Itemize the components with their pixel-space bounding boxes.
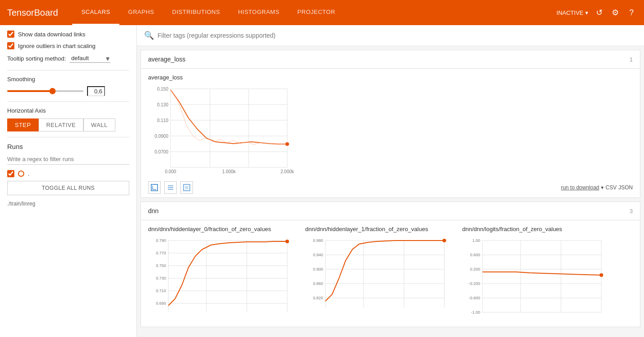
show-download-links-checkbox[interactable] [7,31,14,38]
run-checkbox[interactable] [7,170,14,177]
run-item: . [7,170,129,177]
dropdown-icon[interactable]: ▾ [585,9,588,16]
nav-scalars[interactable]: SCALARS [72,0,119,25]
axis-wall-button[interactable]: WALL [83,118,115,131]
zoom-button[interactable] [180,181,193,194]
json-label[interactable]: JSON [618,184,633,191]
smoothing-slider[interactable] [7,90,83,92]
chart-title-hiddenlayer1: dnn/dnn/hiddenlayer_1/fraction_of_zero_v… [305,226,455,232]
svg-point-41 [285,240,289,243]
axis-step-button[interactable]: STEP [7,118,39,131]
svg-text:0.820: 0.820 [313,296,323,300]
expand-chart-button[interactable] [148,181,161,194]
axis-buttons: STEP RELATIVE WALL [7,118,129,131]
layout: Show data download links Ignore outliers… [0,25,644,337]
chart-wrapper-hiddenlayer1: 0.980 0.940 0.900 0.860 0.820 [305,236,453,321]
section-header-dnn: dnn 3 [141,202,640,220]
svg-text:0.770: 0.770 [156,251,166,255]
chart-wrapper-logits: 1.00 0.600 0.200 -0.200 -0.600 -1.00 [462,236,610,321]
chart-download-area: run to download ▾ CSV JSON [561,184,633,191]
svg-text:0.690: 0.690 [156,301,166,306]
svg-text:0.000: 0.000 [165,169,176,174]
svg-text:0.0700: 0.0700 [154,149,168,154]
smoothing-row [7,86,129,96]
help-icon[interactable]: ? [626,7,637,18]
toggle-all-runs-button[interactable]: TOGGLE ALL RUNS [7,181,129,195]
run-circle-icon [18,171,24,177]
chart-cell-logits: dnn/dnn/logits/fraction_of_zero_values [462,226,619,321]
chart-title-logits: dnn/dnn/logits/fraction_of_zero_values [462,226,612,232]
header: TensorBoard SCALARS GRAPHS DISTRIBUTIONS… [0,0,644,25]
horizontal-axis-label: Horizontal Axis [7,107,129,114]
svg-text:2.000k: 2.000k [280,169,294,174]
nav-projector[interactable]: PROJECTOR [289,0,344,25]
svg-point-56 [442,239,446,242]
chart-title-average-loss: average_loss [148,74,633,81]
svg-text:1.000k: 1.000k [222,169,236,174]
ignore-outliers-row: Ignore outliers in chart scaling [7,42,129,49]
refresh-icon[interactable]: ↺ [594,7,605,18]
run-name: . [28,171,30,177]
svg-text:0.900: 0.900 [313,267,323,271]
app-logo: TensorBoard [7,8,58,18]
svg-text:0.600: 0.600 [470,253,480,257]
chart-svg-hiddenlayer1: 0.980 0.940 0.900 0.860 0.820 [305,236,453,321]
chart-title-hiddenlayer0: dnn/dnn/hiddenlayer_0/fraction_of_zero_v… [148,226,298,232]
ignore-outliers-checkbox[interactable] [7,42,14,49]
svg-rect-24 [185,186,188,189]
svg-text:0.980: 0.980 [313,238,323,243]
section-count-dnn: 3 [630,208,633,214]
dnn-charts-row: dnn/dnn/hiddenlayer_0/fraction_of_zero_v… [141,220,640,327]
data-view-button[interactable] [164,181,177,194]
axis-relative-button[interactable]: RELATIVE [39,118,83,131]
status-badge: INACTIVE ▾ [556,9,588,16]
svg-text:0.750: 0.750 [156,263,166,268]
run-path: ./train/linreg [7,199,129,209]
chart-svg-hiddenlayer0: 0.790 0.770 0.750 0.730 0.710 0.690 [148,236,296,321]
svg-text:0.860: 0.860 [313,281,323,286]
svg-rect-19 [151,184,158,191]
svg-text:0.150: 0.150 [157,87,168,92]
svg-text:1.00: 1.00 [472,238,480,243]
section-title-average-loss: average_loss [148,56,185,63]
svg-text:0.200: 0.200 [470,267,480,271]
smoothing-value-input[interactable] [87,86,105,96]
chart-svg-average-loss: 0.150 0.130 0.110 0.0900 0.0700 0.000 1.… [148,84,305,179]
tooltip-select-wrapper: default ascending descending ▾ [70,54,110,63]
chart-cell-hiddenlayer0: dnn/dnn/hiddenlayer_0/fraction_of_zero_v… [148,226,305,321]
sidebar: Show data download links Ignore outliers… [0,25,137,337]
chart-wrapper-average-loss: 0.150 0.130 0.110 0.0900 0.0700 0.000 1.… [148,84,305,179]
chart-actions-average-loss: run to download ▾ CSV JSON [148,181,633,194]
section-title-dnn: dnn [148,207,158,214]
download-dropdown-icon[interactable]: ▾ [601,184,604,191]
nav-histograms[interactable]: HISTOGRAMS [229,0,288,25]
runs-label: Runs [7,143,129,150]
smoothing-label: Smoothing [7,76,129,83]
nav-distributions[interactable]: DISTRIBUTIONS [163,0,229,25]
chart-svg-logits: 1.00 0.600 0.200 -0.200 -0.600 -1.00 [462,236,610,321]
section-header-average-loss: average_loss 1 [141,50,640,69]
show-download-links-row: Show data download links [7,31,129,38]
runs-filter-input[interactable] [7,154,129,165]
csv-label[interactable]: CSV [605,184,617,191]
chart-container-average-loss: average_loss [141,69,640,197]
svg-point-18 [285,142,289,146]
main-content: 🔍 average_loss 1 average_loss [137,25,644,337]
search-input[interactable] [158,32,637,39]
svg-text:-0.600: -0.600 [469,296,480,300]
svg-text:0.730: 0.730 [156,276,166,280]
section-average-loss: average_loss 1 average_loss [140,50,640,198]
svg-text:0.940: 0.940 [313,253,323,257]
svg-text:0.130: 0.130 [157,102,168,107]
nav-graphs[interactable]: GRAPHS [119,0,163,25]
chart-cell-hiddenlayer1: dnn/dnn/hiddenlayer_1/fraction_of_zero_v… [305,226,462,321]
settings-icon[interactable]: ⚙ [610,7,621,18]
search-bar: 🔍 [137,25,644,46]
run-to-download-link[interactable]: run to download [561,184,599,191]
svg-text:-0.200: -0.200 [469,281,480,286]
header-right: INACTIVE ▾ ↺ ⚙ ? [556,7,637,18]
main-nav: SCALARS GRAPHS DISTRIBUTIONS HISTOGRAMS … [72,0,556,25]
show-download-links-label: Show data download links [18,31,85,38]
tooltip-select[interactable]: default ascending descending [70,54,110,63]
section-dnn: dnn 3 dnn/dnn/hiddenlayer_0/fraction_of_… [140,201,640,327]
